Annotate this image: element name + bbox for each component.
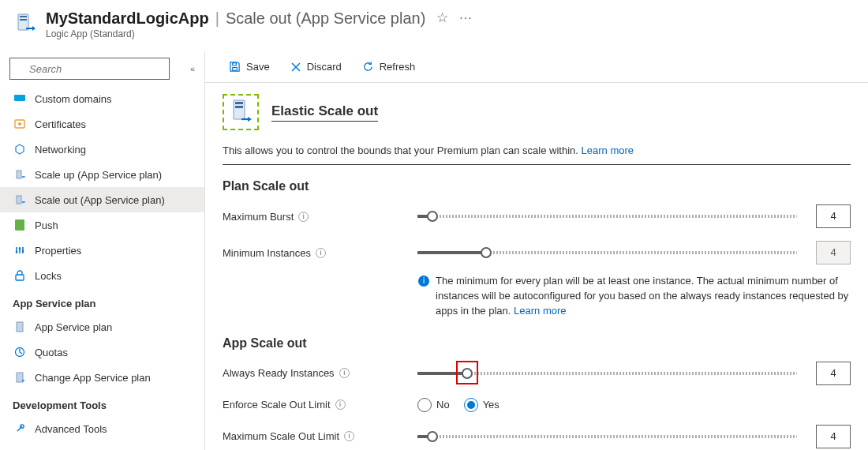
lock-icon [13,270,27,281]
enforce-limit-row: Enforce Scale Out Limit i No Yes [223,398,851,412]
always-ready-row: Always Ready Instances i 4 [223,362,851,385]
sidebar-item-label: Properties [35,245,81,257]
change-plan-icon [13,372,27,383]
svg-point-14 [16,251,18,253]
sidebar-section-dev-tools: Development Tools [0,390,204,416]
discard-icon [290,62,301,73]
sidebar-item-custom-domains[interactable]: Custom domains [0,86,204,111]
app-scale-out-heading: App Scale out [223,336,851,351]
resource-name: MyStandardLogicApp [46,9,209,28]
min-instances-row: Minimum Instances i 4 [223,241,851,264]
favorite-icon[interactable]: ☆ [436,9,448,26]
svg-rect-8 [17,171,21,178]
sidebar-item-properties[interactable]: Properties [0,238,204,263]
svg-rect-18 [17,322,23,332]
max-scale-out-row: Maximum Scale Out Limit i 4 [223,425,851,448]
always-ready-value[interactable]: 4 [816,362,851,385]
max-burst-row: Maximum Burst i 4 [223,204,851,228]
min-instances-value: 4 [816,241,851,264]
learn-more-link[interactable]: Learn more [514,305,566,317]
discard-button[interactable]: Discard [282,58,350,76]
max-burst-value[interactable]: 4 [816,204,851,228]
max-scale-out-slider[interactable] [417,430,797,443]
search-input[interactable] [9,58,170,80]
info-icon[interactable]: i [335,399,346,410]
enforce-limit-no[interactable]: No [417,398,450,412]
sidebar-item-quotas[interactable]: Quotas [0,339,204,365]
advanced-tools-icon [13,423,27,434]
always-ready-slider[interactable] [417,367,797,380]
svg-rect-23 [233,63,237,66]
refresh-label: Refresh [380,61,416,73]
sidebar-item-certificates[interactable]: Certificates [0,111,204,137]
svg-rect-28 [235,106,243,108]
resource-type: Logic App (Standard) [46,28,425,39]
sidebar-item-label: Advanced Tools [35,423,107,435]
discard-label: Discard [307,61,342,73]
info-icon[interactable]: i [316,248,326,258]
sidebar-item-label: Change App Service plan [35,372,151,384]
more-actions-button[interactable]: ··· [459,11,472,25]
sidebar-item-change-plan[interactable]: Change App Service plan [0,365,204,390]
svg-rect-1 [20,16,27,17]
collapse-sidebar-button[interactable]: « [187,64,198,73]
svg-rect-2 [20,19,27,21]
always-ready-label: Always Ready Instances [223,367,335,379]
sidebar-item-label: Certificates [35,118,86,130]
sidebar-item-push[interactable]: Push [0,212,204,238]
sidebar-nav[interactable]: Custom domains Certificates Networking S… [0,86,204,450]
intro-description: This allows you to control the bounds th… [223,140,851,165]
info-icon[interactable]: i [344,431,354,441]
sidebar-item-label: Scale out (App Service plan) [35,194,165,206]
svg-rect-10 [15,219,24,231]
svg-rect-17 [16,275,24,280]
max-scale-out-value[interactable]: 4 [816,425,851,448]
blade-header: MyStandardLogicApp | Scale out (App Serv… [0,0,868,51]
svg-rect-22 [233,67,238,70]
intro-title: Elastic Scale out [271,103,378,122]
sidebar-item-label: Locks [35,270,62,282]
svg-rect-5 [14,95,25,101]
sidebar-item-app-service-plan[interactable]: App Service plan [0,314,204,339]
sidebar-item-label: App Service plan [35,321,112,333]
properties-icon [13,245,27,256]
info-icon[interactable]: i [298,212,309,222]
slider-thumb[interactable] [427,431,438,442]
info-icon[interactable]: i [339,368,350,378]
slider-thumb[interactable] [427,211,438,222]
sidebar-item-label: Networking [35,144,86,156]
sidebar-item-networking[interactable]: Networking [0,137,204,162]
networking-icon [13,144,27,155]
slider-thumb[interactable] [481,247,492,258]
sidebar-item-locks[interactable]: Locks [0,263,204,288]
sidebar-item-scale-out[interactable]: Scale out (App Service plan) [0,187,204,212]
svg-rect-20 [17,373,23,382]
max-burst-slider[interactable] [417,210,797,223]
sidebar-item-scale-up[interactable]: Scale up (App Service plan) [0,162,204,187]
svg-point-7 [18,122,21,126]
refresh-button[interactable]: Refresh [354,58,424,76]
svg-rect-9 [17,196,21,204]
elastic-scale-icon [223,94,259,130]
resource-icon [11,9,39,38]
save-label: Save [246,61,270,73]
min-instances-info: i The minimum for every plan will be at … [418,274,851,319]
main-pane: Save Discard Refresh [205,51,868,450]
sidebar: « Custom domains Certificates Networking [0,51,205,450]
sidebar-item-advanced-tools[interactable]: Advanced Tools [0,416,204,441]
enforce-limit-radio-group: No Yes [417,398,499,412]
enforce-limit-yes[interactable]: Yes [464,398,499,412]
sidebar-item-label: Push [35,219,58,231]
intro-hero: Elastic Scale out [223,94,851,140]
learn-more-link[interactable]: Learn more [582,144,634,156]
min-instances-slider[interactable] [417,246,797,259]
push-icon [13,219,27,231]
radio-icon [464,398,478,412]
svg-point-16 [22,250,24,253]
app-service-plan-icon [13,321,27,332]
certificate-icon [13,118,27,129]
slider-thumb[interactable] [462,368,473,379]
save-button[interactable]: Save [221,58,278,76]
sidebar-section-app-service-plan: App Service plan [0,288,204,314]
radio-icon [417,398,432,412]
